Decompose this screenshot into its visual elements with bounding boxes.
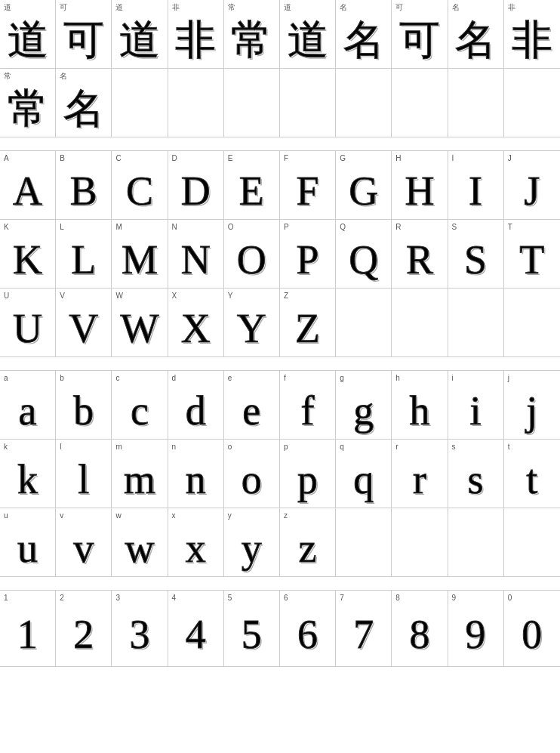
cell-label: k bbox=[4, 443, 8, 452]
cell-label: 可 bbox=[60, 3, 67, 12]
cell-label: v bbox=[60, 511, 63, 520]
cell-label: b bbox=[60, 374, 64, 383]
cell-character bbox=[340, 73, 387, 135]
cell-character bbox=[395, 73, 443, 135]
cell-label: G bbox=[340, 154, 346, 163]
cell-character: j bbox=[508, 384, 556, 437]
cell-character: 道 bbox=[4, 14, 51, 66]
cell-label: i bbox=[452, 374, 454, 383]
cell-character: M bbox=[115, 233, 163, 286]
character-section: 11223344556677889900 bbox=[0, 591, 560, 667]
character-cell: uu bbox=[0, 508, 56, 576]
character-cell: 非非 bbox=[168, 0, 224, 68]
character-cell: GG bbox=[336, 151, 392, 219]
cell-label: T bbox=[508, 223, 512, 232]
character-cell: rr bbox=[392, 440, 448, 508]
cell-label: O bbox=[228, 223, 234, 232]
character-cell: kk bbox=[0, 440, 56, 508]
cell-label: 道 bbox=[4, 3, 11, 12]
cell-label: c bbox=[115, 374, 119, 383]
character-cell bbox=[168, 69, 224, 137]
character-cell: 可可 bbox=[56, 0, 112, 68]
character-cell: pp bbox=[280, 440, 336, 508]
cell-character: o bbox=[228, 453, 275, 506]
cell-label: B bbox=[60, 154, 65, 163]
character-cell: CC bbox=[112, 151, 168, 219]
cell-character: 5 bbox=[228, 604, 275, 665]
character-cell: 66 bbox=[280, 591, 336, 666]
cell-label: j bbox=[508, 374, 509, 383]
cell-label: h bbox=[395, 374, 400, 383]
cell-character: b bbox=[60, 384, 107, 437]
character-cell bbox=[504, 508, 560, 576]
character-cell: 名名 bbox=[56, 69, 112, 137]
cell-character bbox=[395, 513, 443, 575]
cell-character: k bbox=[4, 453, 51, 506]
character-cell bbox=[504, 289, 560, 356]
cell-label: 非 bbox=[172, 3, 180, 12]
cell-character: I bbox=[452, 165, 500, 218]
character-cell: cc bbox=[112, 371, 168, 439]
character-cell: WW bbox=[112, 289, 168, 356]
cell-character: S bbox=[452, 233, 500, 286]
character-cell: TT bbox=[504, 220, 560, 288]
character-cell: 33 bbox=[112, 591, 168, 666]
cell-character: N bbox=[172, 233, 220, 286]
cell-character: s bbox=[452, 453, 500, 506]
cell-character: U bbox=[4, 302, 51, 355]
character-cell: VV bbox=[56, 289, 112, 356]
cell-character: Z bbox=[284, 302, 331, 355]
cell-label: Y bbox=[228, 292, 233, 301]
cell-label: r bbox=[395, 443, 398, 452]
cell-character: 2 bbox=[60, 604, 107, 665]
character-cell: 55 bbox=[224, 591, 280, 666]
character-cell bbox=[112, 69, 168, 137]
cell-label: J bbox=[508, 154, 512, 163]
cell-label: H bbox=[395, 154, 401, 163]
cell-character: 非 bbox=[508, 14, 556, 66]
character-cell: 道道 bbox=[280, 0, 336, 68]
cell-character: v bbox=[60, 522, 107, 575]
cell-character: 7 bbox=[340, 604, 387, 665]
character-section: 道道可可道道非非常常道道名名可可名名非非常常名名 bbox=[0, 0, 560, 137]
character-cell bbox=[504, 69, 560, 137]
cell-character: x bbox=[172, 522, 220, 575]
cell-character bbox=[508, 73, 556, 135]
character-cell: 名名 bbox=[336, 0, 392, 68]
cell-label: y bbox=[228, 511, 232, 520]
cell-label: n bbox=[172, 443, 177, 452]
cell-character: L bbox=[60, 233, 107, 286]
cell-label: U bbox=[4, 292, 9, 301]
cell-label: 可 bbox=[395, 3, 403, 12]
character-cell bbox=[448, 289, 504, 356]
cell-character: i bbox=[452, 384, 500, 437]
cell-character: F bbox=[284, 165, 331, 218]
character-cell: 非非 bbox=[504, 0, 560, 68]
character-cell: 可可 bbox=[392, 0, 448, 68]
cell-character: 0 bbox=[508, 604, 556, 665]
cell-character: w bbox=[115, 522, 163, 575]
cell-character: H bbox=[395, 165, 443, 218]
cell-label: E bbox=[228, 154, 233, 163]
cell-character: 9 bbox=[452, 604, 500, 665]
cell-label: X bbox=[172, 292, 177, 301]
cell-label: 6 bbox=[284, 594, 288, 603]
cell-character: t bbox=[508, 453, 556, 506]
cell-character bbox=[115, 73, 163, 135]
cell-character: r bbox=[395, 453, 443, 506]
cell-label: W bbox=[115, 292, 122, 301]
cell-character: O bbox=[228, 233, 275, 286]
character-cell: bb bbox=[56, 371, 112, 439]
character-section: aabbccddeeffgghhiijjkkllmmnnooppqqrrsstt… bbox=[0, 371, 560, 577]
character-cell: 11 bbox=[0, 591, 56, 666]
cell-character: W bbox=[115, 302, 163, 355]
cell-label: Z bbox=[284, 292, 288, 301]
character-section: AABBCCDDEEFFGGHHIIJJKKLLMMNNOOPPQQRRSSTT… bbox=[0, 151, 560, 357]
character-cell: KK bbox=[0, 220, 56, 288]
character-cell: 99 bbox=[448, 591, 504, 666]
cell-label: 9 bbox=[452, 594, 457, 603]
cell-character: 3 bbox=[115, 604, 163, 665]
cell-character: P bbox=[284, 233, 331, 286]
character-cell bbox=[448, 508, 504, 576]
cell-character: h bbox=[395, 384, 443, 437]
